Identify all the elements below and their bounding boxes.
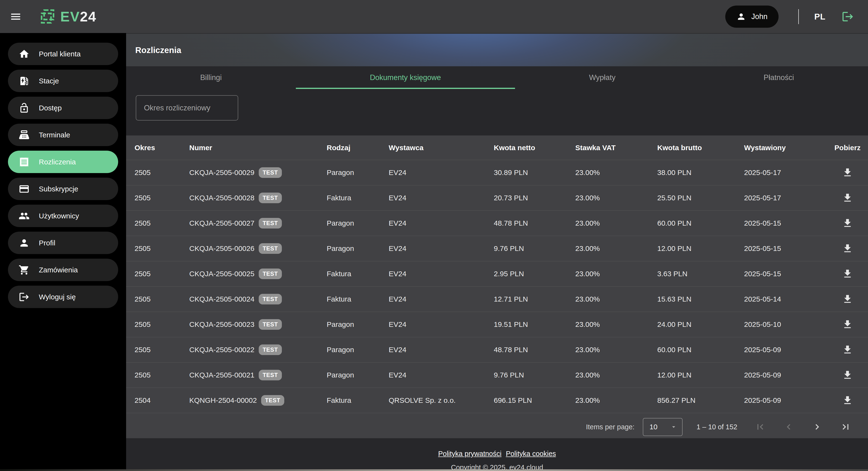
test-badge: TEST	[259, 370, 282, 380]
documents-table: OkresNumerRodzajWystawcaKwota nettoStawk…	[126, 135, 868, 441]
dropdown-arrow-icon	[670, 423, 677, 431]
sidebar-item-zamowienia[interactable]: Zamówienia	[8, 259, 118, 281]
cell-numer: CKQJA-2505-00026TEST	[189, 243, 327, 254]
download-icon[interactable]	[842, 293, 853, 305]
test-badge: TEST	[259, 167, 282, 178]
logout-icon[interactable]	[841, 10, 854, 23]
language-button[interactable]: PL	[814, 12, 826, 22]
previous-page-icon[interactable]	[783, 421, 794, 433]
ev24-logo[interactable]: EV24	[39, 8, 96, 25]
cell-wystawiony: 2025-05-10	[744, 320, 827, 328]
table-row: 2505CKQJA-2505-00025TESTFakturaEV242.95 …	[126, 261, 868, 286]
cell-okres: 2505	[134, 244, 189, 253]
download-icon[interactable]	[842, 167, 853, 178]
receipt-icon	[19, 156, 30, 167]
cell-kwota-brutto: 12.00 PLN	[657, 244, 744, 253]
cell-pobierz	[827, 167, 868, 178]
document-number: CKQJA-2505-00029	[189, 168, 254, 177]
table-header-row: OkresNumerRodzajWystawcaKwota nettoStawk…	[126, 135, 868, 160]
sidebar-item-label: Zamówienia	[39, 266, 78, 274]
sidebar-item-terminale[interactable]: Terminale	[8, 124, 118, 146]
download-icon[interactable]	[842, 395, 853, 406]
test-badge: TEST	[259, 269, 282, 279]
download-icon[interactable]	[842, 344, 853, 355]
cell-kwota-brutto: 25.50 PLN	[657, 194, 744, 202]
cell-stawka-vat: 23.00%	[575, 396, 657, 405]
sidebar-item-dostep[interactable]: Dostęp	[8, 97, 118, 119]
first-page-icon[interactable]	[755, 421, 766, 433]
credit-card-icon	[19, 183, 30, 194]
tab-dokumenty-ksiegowe[interactable]: Dokumenty księgowe	[296, 66, 515, 89]
cell-pobierz	[827, 344, 868, 355]
main-content: Rozliczenia BillingiDokumenty księgoweWy…	[126, 33, 868, 471]
tab-billingi[interactable]: Billingi	[126, 66, 296, 89]
cell-wystawca: EV24	[389, 194, 494, 202]
menu-icon[interactable]	[10, 10, 22, 23]
cell-kwota-netto: 9.76 PLN	[494, 371, 575, 379]
sidebar-item-portal-klienta[interactable]: Portal klienta	[8, 43, 118, 65]
cell-wystawca: EV24	[389, 295, 494, 303]
sidebar-item-label: Rozliczenia	[39, 158, 76, 166]
download-icon[interactable]	[842, 243, 853, 254]
document-number: CKQJA-2505-00025	[189, 270, 254, 278]
tab-wyplaty[interactable]: Wypłaty	[515, 66, 689, 89]
cell-numer: CKQJA-2505-00023TEST	[189, 319, 327, 330]
cell-wystawiony: 2025-05-17	[744, 194, 827, 202]
tab-label: Billingi	[200, 73, 222, 82]
download-icon[interactable]	[842, 218, 853, 229]
cell-numer: CKQJA-2505-00024TEST	[189, 294, 327, 305]
user-menu-button[interactable]: John	[725, 5, 779, 28]
cell-rodzaj: Paragon	[327, 219, 389, 227]
sidebar-item-uzytkownicy[interactable]: Użytkownicy	[8, 205, 118, 227]
billing-period-field[interactable]: Okres rozliczeniowy	[136, 95, 238, 121]
sidebar-item-wyloguj-sie[interactable]: Wyloguj się	[8, 286, 118, 308]
sidebar-item-rozliczenia[interactable]: Rozliczenia	[8, 151, 118, 173]
items-per-page-label: Items per page:	[586, 423, 634, 431]
column-header-3: Rodzaj	[327, 144, 389, 152]
cell-stawka-vat: 23.00%	[575, 244, 657, 253]
cell-pobierz	[827, 395, 868, 406]
cell-wystawiony: 2025-05-15	[744, 270, 827, 278]
download-icon[interactable]	[842, 319, 853, 330]
cookies-policy-link[interactable]: Polityka cookies	[506, 450, 556, 458]
document-number: CKQJA-2505-00024	[189, 295, 254, 303]
cell-rodzaj: Paragon	[327, 244, 389, 253]
sidebar-item-subskrypcje[interactable]: Subskrypcje	[8, 178, 118, 200]
person-icon	[736, 12, 746, 22]
privacy-policy-link[interactable]: Polityka prywatności	[438, 450, 501, 458]
cell-kwota-brutto: 856.27 PLN	[657, 396, 744, 405]
page-size-select[interactable]: 10	[643, 418, 683, 436]
cell-pobierz	[827, 218, 868, 229]
tab-bar: BillingiDokumenty księgoweWypłatyPłatnoś…	[126, 66, 868, 89]
sidebar-item-label: Stacje	[39, 77, 59, 85]
tab-platnosci[interactable]: Płatności	[689, 66, 868, 89]
cell-wystawca: EV24	[389, 244, 494, 253]
cell-pobierz	[827, 370, 868, 381]
cell-wystawca: EV24	[389, 219, 494, 227]
ev24-logo-icon	[39, 8, 56, 25]
cell-numer: CKQJA-2505-00021TEST	[189, 370, 327, 380]
sidebar-item-profil[interactable]: Profil	[8, 232, 118, 254]
cell-kwota-brutto: 15.63 PLN	[657, 295, 744, 303]
last-page-icon[interactable]	[840, 421, 851, 433]
table-row: 2505CKQJA-2505-00028TESTFakturaEV2420.73…	[126, 185, 868, 211]
cell-kwota-netto: 12.71 PLN	[494, 295, 575, 303]
next-page-icon[interactable]	[812, 421, 823, 433]
download-icon[interactable]	[842, 192, 853, 203]
document-number: KQNGH-2504-00002	[189, 396, 257, 405]
download-icon[interactable]	[842, 268, 853, 279]
cell-kwota-netto: 9.76 PLN	[494, 244, 575, 253]
document-number: CKQJA-2505-00022	[189, 346, 254, 354]
cell-rodzaj: Paragon	[327, 346, 389, 354]
cell-kwota-brutto: 60.00 PLN	[657, 219, 744, 227]
table-body: 2505CKQJA-2505-00029TESTParagonEV2430.89…	[126, 160, 868, 413]
cell-stawka-vat: 23.00%	[575, 371, 657, 379]
download-icon[interactable]	[842, 370, 853, 381]
sidebar-item-stacje[interactable]: Stacje	[8, 70, 118, 92]
cell-rodzaj: Faktura	[327, 295, 389, 303]
home-icon	[19, 49, 30, 60]
sidebar-item-label: Użytkownicy	[39, 212, 79, 220]
cell-kwota-brutto: 24.00 PLN	[657, 320, 744, 328]
cell-kwota-netto: 48.78 PLN	[494, 219, 575, 227]
test-badge: TEST	[259, 294, 282, 305]
